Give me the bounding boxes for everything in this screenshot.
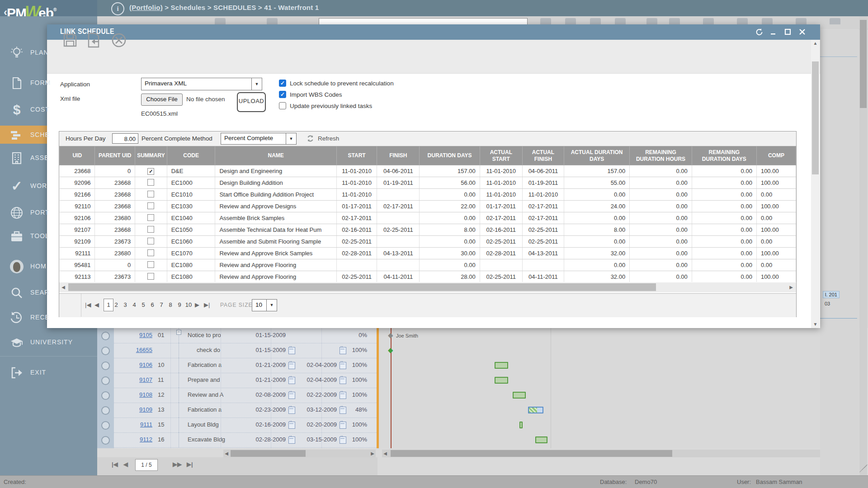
column-header[interactable]: ACTUAL FINISH <box>522 146 564 165</box>
schedule-row[interactable]: 911115Layout Bldg02-16-200902-20-2009100… <box>114 418 377 433</box>
summary-checkbox[interactable]: ✓ <box>147 168 154 175</box>
info-icon[interactable]: i <box>111 2 124 15</box>
table-row[interactable]: 9210723668EC1050Assemble Technical Data … <box>60 224 796 236</box>
prev-page-icon[interactable]: ◀ <box>94 301 99 308</box>
row-marker-icon[interactable] <box>101 347 110 355</box>
toolbar-icon[interactable] <box>540 18 551 24</box>
dialog-title-bar[interactable] <box>47 24 820 40</box>
schedule-row[interactable]: 911216Excavate Bldg02-28-200903-15-20091… <box>114 432 377 448</box>
gantt-bar[interactable] <box>535 436 547 443</box>
last-page-icon[interactable]: ▶| <box>204 301 210 308</box>
breadcrumb-segment[interactable]: 41 - Waterfront 1 <box>264 4 319 11</box>
breadcrumb[interactable]: (Portfolio) > Schedules > SCHEDULES > 41… <box>129 4 319 11</box>
table-row[interactable]: 9211323673EC1080Review and Approve Floor… <box>60 271 796 282</box>
table-row[interactable]: 9209623668EC1000Design Building Addition… <box>60 177 796 189</box>
gantt-bar[interactable] <box>519 422 523 428</box>
summary-checkbox[interactable] <box>147 202 154 209</box>
table-row[interactable]: 9211123680EC1070Review and Approve Brick… <box>60 248 796 259</box>
table-row[interactable]: 9210623680EC1040Assemble Brick Samples02… <box>60 212 796 224</box>
column-header[interactable]: DURATION DAYS <box>420 146 480 165</box>
row-marker-icon[interactable] <box>101 361 110 370</box>
table-row[interactable]: 9211023668EC1030Review and Approve Desig… <box>60 201 796 212</box>
import-icon[interactable] <box>85 32 102 49</box>
task-id-link[interactable]: 9111 <box>114 421 152 428</box>
schedule-row[interactable]: 910711Prepare and01-21-200902-04-2009100… <box>114 373 377 388</box>
row-marker-icon[interactable] <box>101 436 110 445</box>
column-header[interactable]: COMP <box>756 146 796 165</box>
close-icon[interactable] <box>798 28 807 36</box>
row-marker-icon[interactable] <box>101 406 110 415</box>
summary-checkbox[interactable] <box>147 214 154 221</box>
row-marker-icon[interactable] <box>101 391 110 400</box>
toolbar-icon[interactable] <box>215 18 226 24</box>
gantt-bar[interactable] <box>495 377 508 384</box>
breadcrumb-segment[interactable]: (Portfolio) <box>129 4 163 11</box>
summary-checkbox[interactable] <box>147 226 154 233</box>
page-number-3[interactable]: 3 <box>122 301 129 308</box>
left-hscrollbar[interactable]: ◀ ▶ <box>223 450 376 457</box>
gantt-bar[interactable] <box>528 407 543 413</box>
next-page-icon[interactable]: ▶ <box>195 301 199 308</box>
column-header[interactable]: FINISH <box>377 146 420 165</box>
first-page-icon[interactable]: |◀ <box>112 461 118 468</box>
page-number-1[interactable]: 1 <box>104 299 113 311</box>
maximize-icon[interactable] <box>784 28 792 36</box>
gantt-hscroll-thumb[interactable] <box>391 450 672 457</box>
summary-checkbox[interactable] <box>147 191 154 197</box>
scroll-up-icon[interactable]: ▲ <box>811 40 820 47</box>
toolbar-icon[interactable] <box>796 18 807 24</box>
application-select[interactable]: Primavera XML ▼ <box>141 78 262 90</box>
sync-icon[interactable] <box>755 28 763 36</box>
page-number-4[interactable]: 4 <box>131 301 138 308</box>
milestone-icon[interactable]: ◆Joe Smith <box>388 332 393 338</box>
scroll-right-icon[interactable]: ▶ <box>788 285 794 290</box>
toolbar-icon[interactable] <box>737 18 748 24</box>
page-number-7[interactable]: 7 <box>158 301 165 308</box>
task-id-link[interactable]: 16655 <box>114 347 152 353</box>
refresh-icon[interactable] <box>307 135 314 144</box>
task-id-link[interactable]: 9108 <box>114 391 152 398</box>
checkbox-2[interactable]: ✓ <box>279 91 286 98</box>
dialog-vscrollbar[interactable]: ▲ ▼ <box>811 40 820 328</box>
task-id-link[interactable]: 9105 <box>114 332 152 338</box>
summary-checkbox[interactable] <box>147 179 154 186</box>
grid-hscrollbar[interactable]: ◀ ▶ <box>59 282 796 292</box>
schedule-row[interactable]: 910913Fabrication a02-23-200903-12-20094… <box>114 403 377 418</box>
task-id-link[interactable]: 9106 <box>114 361 152 368</box>
column-header[interactable]: ACTUAL START <box>480 146 522 165</box>
column-header[interactable]: REMAINING DURATION DAYS <box>692 146 756 165</box>
column-header[interactable]: ACTUAL DURATION DAYS <box>564 146 630 165</box>
table-row[interactable]: 9216623668EC1010Start Office Building Ad… <box>60 189 796 201</box>
summary-checkbox[interactable] <box>147 249 154 256</box>
dialog-vscroll-thumb[interactable] <box>812 61 819 174</box>
schedule-row[interactable]: 910610Fabrication a01-21-200902-04-20091… <box>114 358 377 373</box>
toolbar-icon[interactable] <box>267 18 278 24</box>
scroll-left-icon[interactable]: ◀ <box>223 451 230 456</box>
checkbox-3[interactable] <box>279 102 286 109</box>
table-row[interactable]: 236680✓D&EDesign and Engineering11-01-20… <box>60 165 796 177</box>
table-row[interactable]: 954810EC1080Review and Approve Flooring0… <box>60 259 796 271</box>
calendar-icon[interactable] <box>288 436 295 444</box>
row-marker-icon[interactable] <box>101 376 110 385</box>
toolbar-icon[interactable] <box>646 18 657 24</box>
sidebar-item-university[interactable]: UNIVERSITY <box>0 335 97 355</box>
calendar-icon[interactable] <box>288 377 295 384</box>
schedule-row[interactable]: 16655check do01-15-2009100% <box>114 343 377 358</box>
resize-grip-icon[interactable] <box>857 460 867 472</box>
first-page-icon[interactable]: |◀ <box>85 301 91 308</box>
refresh-label[interactable]: Refresh <box>318 135 339 142</box>
chevron-down-icon[interactable]: ▼ <box>251 78 262 90</box>
upload-button[interactable]: UPLOAD <box>237 92 266 112</box>
calendar-icon[interactable] <box>288 422 295 429</box>
column-header[interactable]: START <box>336 146 377 165</box>
scroll-left-icon[interactable]: ◀ <box>382 451 388 456</box>
summary-checkbox[interactable] <box>147 261 154 268</box>
scroll-right-icon[interactable]: ▶ <box>369 451 376 456</box>
choose-file-button[interactable]: Choose File <box>141 94 183 106</box>
gantt-hscrollbar[interactable]: ◀ ▶ <box>382 450 845 457</box>
scroll-down-icon[interactable]: ▼ <box>811 321 820 328</box>
summary-checkbox[interactable] <box>147 238 154 244</box>
breadcrumb-segment[interactable]: Schedules <box>171 4 206 11</box>
page-number-6[interactable]: 6 <box>149 301 156 308</box>
page-number-5[interactable]: 5 <box>140 301 147 308</box>
